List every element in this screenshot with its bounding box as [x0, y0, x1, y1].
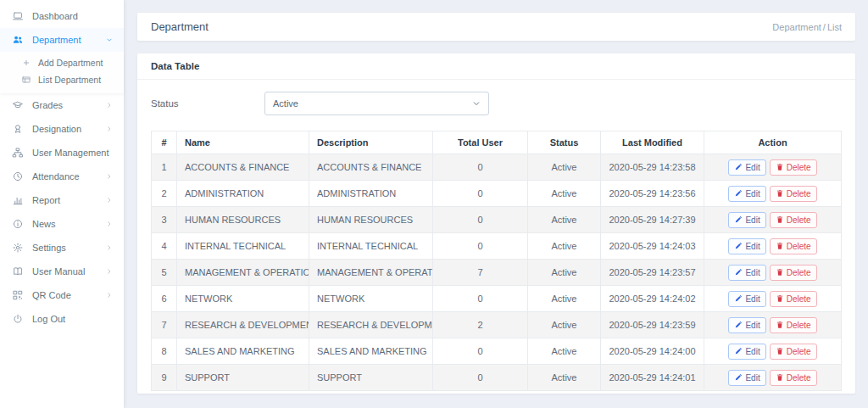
column-header-last-modified: Last Modified	[601, 131, 704, 154]
breadcrumb-separator: /	[821, 22, 827, 32]
table-row: 5MANAGEMENT & OPERATIONMANAGEMENT & OPER…	[152, 260, 842, 286]
cell-action: EditDelete	[704, 260, 842, 286]
cell-name: MANAGEMENT & OPERATION	[177, 260, 309, 286]
sidebar-item-label: Department	[32, 35, 81, 45]
cell-status: Active	[528, 312, 601, 338]
department-table: #NameDescriptionTotal UserStatusLast Mod…	[151, 131, 842, 391]
edit-button[interactable]: Edit	[728, 370, 765, 386]
submenu-item-add-department[interactable]: Add Department	[0, 54, 124, 71]
cell-last-modified: 2020-05-29 14:23:58	[601, 154, 704, 181]
edit-button[interactable]: Edit	[728, 344, 765, 360]
cell-status: Active	[528, 260, 601, 286]
edit-button[interactable]: Edit	[728, 212, 765, 228]
clock-icon	[12, 170, 24, 182]
cell-action: EditDelete	[704, 154, 842, 181]
sidebar-item-user-manual[interactable]: User Manual	[0, 260, 124, 283]
delete-button[interactable]: Delete	[770, 291, 817, 307]
cell-last-modified: 2020-05-29 14:24:02	[601, 286, 704, 312]
cell-number: 7	[152, 312, 177, 338]
cell-description: SALES AND MARKETING	[309, 338, 433, 365]
cell-action: EditDelete	[704, 286, 842, 312]
department-submenu: Add DepartmentList Department	[0, 52, 124, 93]
sidebar-item-label: Designation	[32, 124, 81, 134]
sidebar-item-dashboard[interactable]: Dashboard	[0, 4, 124, 28]
breadcrumb-parent[interactable]: Department	[772, 22, 821, 32]
edit-button[interactable]: Edit	[728, 159, 765, 176]
sidebar-item-label: Settings	[32, 243, 66, 253]
delete-button[interactable]: Delete	[770, 186, 817, 202]
sidebar-item-settings[interactable]: Settings	[0, 236, 124, 260]
chevron-right-icon	[105, 196, 114, 204]
cell-name: ACCOUNTS & FINANCE	[177, 154, 309, 181]
submenu-item-list-department[interactable]: List Department	[0, 71, 124, 88]
chevron-right-icon	[105, 291, 114, 299]
status-filter-row: Status Active	[137, 80, 855, 119]
sidebar-item-log-out[interactable]: Log Out	[0, 307, 124, 331]
delete-button[interactable]: Delete	[770, 238, 817, 254]
sidebar-item-grades[interactable]: Grades	[0, 93, 124, 117]
table-row: 3HUMAN RESOURCESHUMAN RESOURCES0Active20…	[152, 207, 842, 233]
cell-description: RESEARCH & DEVELOPMENT	[309, 312, 433, 338]
sidebar-item-label: User Management	[32, 148, 109, 158]
edit-button[interactable]: Edit	[728, 238, 765, 254]
delete-button[interactable]: Delete	[770, 212, 817, 228]
delete-button[interactable]: Delete	[770, 265, 817, 281]
book-icon	[12, 265, 24, 277]
column-header-total-user: Total User	[433, 131, 528, 154]
cell-number: 3	[152, 207, 177, 233]
cell-total-user: 0	[433, 207, 528, 233]
gear-icon	[12, 242, 24, 254]
cell-name: RESEARCH & DEVELOPMENT	[177, 312, 309, 338]
sidebar-item-qr-code[interactable]: QR Code	[0, 283, 124, 307]
sidebar-item-attendance[interactable]: Attendance	[0, 165, 124, 188]
cell-description: ACCOUNTS & FINANCE	[309, 154, 433, 181]
sitemap-icon	[12, 147, 24, 159]
sidebar-item-news[interactable]: News	[0, 212, 124, 236]
table-header-row: #NameDescriptionTotal UserStatusLast Mod…	[152, 131, 842, 154]
cell-total-user: 0	[433, 233, 528, 260]
info-circle-icon	[12, 218, 24, 230]
edit-button[interactable]: Edit	[728, 317, 765, 333]
sidebar-item-designation[interactable]: Designation	[0, 117, 124, 141]
sidebar-item-report[interactable]: Report	[0, 188, 124, 212]
status-select[interactable]: Active	[264, 92, 489, 115]
submenu-item-label: List Department	[38, 75, 101, 85]
cell-status: Active	[528, 233, 601, 260]
sidebar-item-label: User Manual	[32, 266, 85, 277]
cell-action: EditDelete	[704, 312, 842, 338]
edit-button[interactable]: Edit	[728, 291, 765, 307]
bar-chart-icon	[12, 194, 24, 206]
cell-name: SUPPORT	[177, 365, 309, 391]
cell-action: EditDelete	[704, 233, 842, 260]
cell-description: HUMAN RESOURCES	[309, 207, 433, 233]
delete-button[interactable]: Delete	[770, 344, 817, 360]
cell-total-user: 0	[433, 286, 528, 312]
cell-last-modified: 2020-05-29 14:23:56	[601, 181, 704, 207]
chevron-right-icon	[105, 172, 114, 181]
cell-status: Active	[528, 286, 601, 312]
status-label: Status	[151, 98, 264, 109]
data-table-card: Data Table Status Active #NameDescriptio…	[137, 53, 855, 394]
cell-number: 2	[152, 181, 177, 207]
column-header-description: Description	[309, 131, 433, 154]
cell-status: Active	[528, 338, 601, 365]
cell-last-modified: 2020-05-29 14:24:01	[601, 365, 704, 391]
sidebar-item-user-management[interactable]: User Management	[0, 141, 124, 165]
sidebar-nav: DashboardDepartmentAdd DepartmentList De…	[0, 4, 124, 331]
delete-button[interactable]: Delete	[770, 317, 817, 333]
list-icon	[21, 75, 31, 85]
table-row: 6NETWORKNETWORK0Active2020-05-29 14:24:0…	[152, 286, 842, 312]
breadcrumb: Department/List	[772, 22, 842, 32]
table-row: 4INTERNAL TECHNICALINTERNAL TECHNICAL0Ac…	[152, 233, 842, 260]
cell-number: 6	[152, 286, 177, 312]
cell-total-user: 0	[433, 338, 528, 365]
sidebar-item-label: Attendance	[32, 171, 80, 182]
cell-description: MANAGEMENT & OPERATION	[309, 260, 433, 286]
edit-button[interactable]: Edit	[728, 265, 765, 281]
sidebar-item-department[interactable]: Department	[0, 28, 124, 52]
edit-button[interactable]: Edit	[728, 186, 765, 202]
delete-button[interactable]: Delete	[770, 370, 817, 386]
cell-name: SALES AND MARKETING	[177, 338, 309, 365]
delete-button[interactable]: Delete	[770, 159, 817, 176]
cell-number: 8	[152, 338, 177, 365]
